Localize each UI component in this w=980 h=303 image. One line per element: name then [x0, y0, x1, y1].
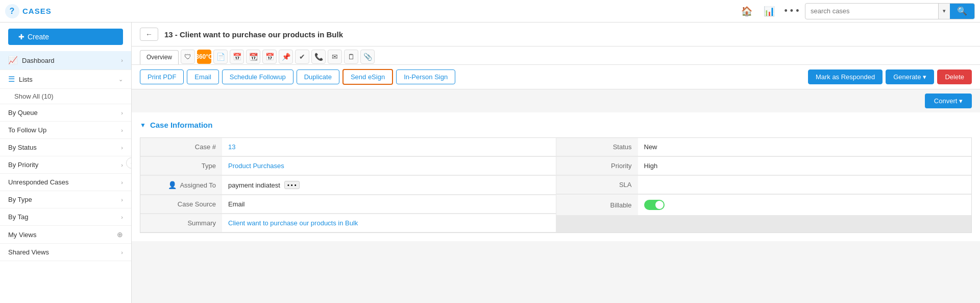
tab-note[interactable]: 🗒: [344, 50, 358, 64]
case-information-section: ▼ Case Information Case # 13: [132, 112, 980, 241]
sidebar-item-shared-views[interactable]: Shared Views ›: [0, 244, 131, 261]
top-navigation: ? CASES 🏠 📊 • • • ▾ 🔍: [0, 0, 980, 22]
dashboard-arrow: ›: [121, 57, 123, 63]
section-header[interactable]: ▼ Case Information: [140, 121, 972, 129]
assigned-to-value: payment indiatest • • •: [222, 176, 556, 194]
search-wrapper: ▾ 🔍: [805, 3, 975, 19]
delete-button[interactable]: Delete: [937, 69, 972, 84]
tab-doc[interactable]: 📄: [213, 50, 228, 64]
case-number-value[interactable]: 13: [222, 138, 556, 156]
sidebar-item-dashboard[interactable]: 📈 Dashboard ›: [0, 51, 131, 70]
assigned-to-label: 👤 Assigned To: [140, 176, 222, 194]
sidebar-item-by-type[interactable]: By Type ›: [0, 191, 131, 208]
field-billable: Billable: [556, 194, 972, 216]
bar-chart-icon[interactable]: 📊: [760, 2, 778, 20]
type-value[interactable]: Product Purchases: [222, 157, 556, 175]
lists-arrow: ⌄: [118, 76, 123, 83]
by-tag-arrow: ›: [121, 214, 123, 220]
list-icon: ☰: [8, 75, 15, 84]
form-col-right: Status New Priority Hig: [556, 138, 972, 232]
back-button[interactable]: ←: [140, 28, 158, 41]
field-case-source: Case Source Email: [140, 195, 556, 214]
search-input[interactable]: [805, 7, 938, 15]
sidebar-item-by-priority[interactable]: By Priority ›: [0, 156, 131, 174]
tab-phone[interactable]: 📞: [311, 50, 326, 64]
email-button[interactable]: Email: [187, 69, 219, 84]
convert-bar: Convert ▾: [132, 89, 980, 112]
to-follow-up-arrow: ›: [121, 127, 123, 133]
summary-value[interactable]: Client want to purchase our products in …: [222, 214, 556, 232]
sidebar-item-by-status[interactable]: By Status ›: [0, 139, 131, 156]
tab-calendar3[interactable]: 📅: [262, 50, 277, 64]
priority-value: High: [638, 157, 972, 175]
sidebar-item-my-views[interactable]: My Views ⊕: [0, 226, 131, 244]
sla-label: SLA: [556, 176, 638, 194]
field-case-number: Case # 13: [140, 138, 556, 156]
create-button[interactable]: ✚ Create: [8, 29, 123, 45]
tab-calendar1[interactable]: 📅: [230, 50, 244, 64]
by-status-arrow: ›: [121, 145, 123, 151]
form-col-left: Case # 13 Type Product: [140, 138, 556, 232]
home-icon[interactable]: 🏠: [738, 2, 756, 20]
field-sla: SLA: [556, 175, 972, 194]
mark-as-responded-button[interactable]: Mark as Responded: [808, 69, 883, 84]
sidebar-item-by-tag[interactable]: By Tag ›: [0, 208, 131, 226]
sidebar-item-unresponded[interactable]: Unresponded Cases ›: [0, 174, 131, 191]
case-title-bar: ← 13 - Client want to purchase our produ…: [132, 22, 980, 46]
logo-icon: ?: [5, 4, 19, 18]
unresponded-arrow: ›: [121, 179, 123, 185]
shared-views-arrow: ›: [121, 249, 123, 255]
schedule-followup-button[interactable]: Schedule Followup: [222, 69, 293, 84]
case-source-label: Case Source: [140, 195, 222, 213]
tab-check[interactable]: ✔: [295, 50, 309, 64]
case-form-grid: Case # 13 Type Product: [140, 137, 972, 233]
sidebar-item-to-follow-up[interactable]: To Follow Up ›: [0, 122, 131, 139]
back-arrow-icon: ←: [145, 30, 153, 38]
billable-value: [638, 195, 972, 215]
tab-overview[interactable]: Overview: [140, 50, 179, 64]
billable-label: Billable: [556, 195, 638, 215]
app-title: CASES: [22, 7, 52, 15]
my-views-plus-icon: ⊕: [117, 230, 123, 239]
action-bar: Print PDF Email Schedule Followup Duplic…: [132, 65, 980, 89]
case-source-value: Email: [222, 195, 556, 213]
search-submit-button[interactable]: 🔍: [950, 3, 974, 19]
field-priority: Priority High: [556, 156, 972, 175]
generate-dropdown-icon: ▾: [923, 73, 926, 81]
sidebar-item-lists[interactable]: ☰ Lists ⌄: [0, 70, 131, 89]
field-summary: Summary Client want to purchase our prod…: [140, 214, 556, 232]
by-type-arrow: ›: [121, 197, 123, 203]
in-person-sign-button[interactable]: In-Person Sign: [396, 69, 455, 84]
search-dropdown-button[interactable]: ▾: [938, 4, 950, 19]
convert-button[interactable]: Convert ▾: [925, 94, 972, 108]
priority-label: Priority: [556, 157, 638, 175]
summary-label: Summary: [140, 214, 222, 232]
tab-mail[interactable]: ✉: [328, 50, 342, 64]
app-logo: ? CASES: [5, 4, 52, 18]
chart-icon: 📈: [8, 56, 18, 65]
case-tabs: Overview 🛡 360°C 📄 📅 📆 📅 📌 ✔ 📞 ✉ 🗒 📎: [132, 46, 980, 65]
tab-attach[interactable]: 📎: [360, 50, 375, 64]
section-chevron-icon: ▼: [140, 122, 146, 129]
sla-value: [638, 176, 972, 194]
print-pdf-button[interactable]: Print PDF: [140, 69, 184, 84]
billable-toggle[interactable]: [644, 200, 665, 210]
tab-shield[interactable]: 🛡: [181, 50, 195, 64]
type-label: Type: [140, 157, 222, 175]
case-number-label: Case #: [140, 138, 222, 156]
sidebar-item-show-all[interactable]: Show All (10): [0, 89, 131, 104]
tab-360[interactable]: 360°C: [197, 50, 211, 64]
by-queue-arrow: ›: [121, 110, 123, 116]
duplicate-button[interactable]: Duplicate: [297, 69, 339, 84]
assigned-to-ellipsis-button[interactable]: • • •: [284, 181, 300, 189]
generate-button[interactable]: Generate ▾: [886, 69, 934, 84]
tab-pin[interactable]: 📌: [279, 50, 293, 64]
field-status: Status New: [556, 138, 972, 156]
more-options-icon[interactable]: • • •: [782, 2, 801, 20]
main-layout: ✚ Create 📈 Dashboard › ☰ Lists ⌄ Show Al…: [0, 22, 980, 303]
case-title: 13 - Client want to purchase our product…: [164, 30, 343, 39]
tab-calendar2[interactable]: 📆: [246, 50, 260, 64]
field-assigned-to: 👤 Assigned To payment indiatest • • •: [140, 175, 556, 195]
send-esign-button[interactable]: Send eSign: [342, 69, 393, 85]
sidebar-item-by-queue[interactable]: By Queue ›: [0, 104, 131, 122]
